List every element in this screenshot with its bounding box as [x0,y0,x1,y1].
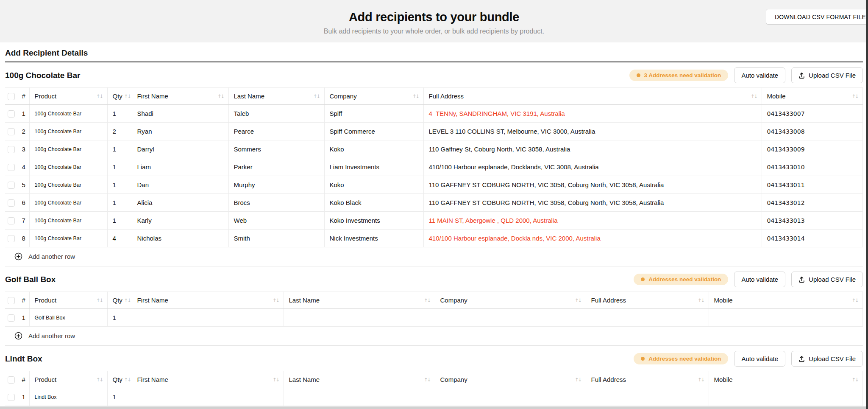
cell-address[interactable]: 110 GAFFNEY ST COBURG NORTH, VIC 3058, C… [423,194,762,212]
sort-icon[interactable]: ↑↓ [124,297,131,303]
auto-validate-button[interactable]: Auto validate [734,67,785,83]
cell-qty[interactable]: 1 [107,140,132,158]
select-all-checkbox[interactable] [8,297,15,304]
cell-company[interactable]: Koko Investments [324,212,423,230]
sort-icon[interactable]: ↑↓ [124,377,131,383]
cell-mobile[interactable]: 0413433011 [762,176,863,194]
cell-last[interactable]: Smith [228,230,324,247]
row-checkbox[interactable] [8,128,15,135]
sort-icon[interactable]: ↑↓ [751,93,757,99]
cell-qty[interactable]: 2 [107,123,132,140]
cell-last[interactable]: Pearce [228,123,324,140]
cell-company[interactable]: Nick Investments [324,230,423,247]
cell-address[interactable]: 110 GAFFNEY ST COBURG NORTH, VIC 3058, C… [423,176,762,194]
column-header-qty[interactable]: Qty↑↓ [107,371,132,388]
column-header-address[interactable]: Full Address↑↓ [586,371,709,388]
sort-icon[interactable]: ↑↓ [698,297,704,303]
column-header-product[interactable]: Product↑↓ [29,88,107,105]
upload-csv-button[interactable]: Upload CSV File [791,67,863,83]
sort-icon[interactable]: ↑↓ [424,377,430,383]
column-header-company[interactable]: Company↑↓ [435,292,586,309]
cell-qty[interactable]: 1 [107,158,132,176]
cell-qty[interactable]: 1 [107,194,132,212]
row-checkbox[interactable] [8,235,15,242]
cell-last[interactable]: Brocs [228,194,324,212]
column-header-first[interactable]: First Name↑↓ [132,292,284,309]
cell-last[interactable]: Web [228,212,324,230]
cell-company[interactable]: Koko [324,176,423,194]
cell-company[interactable]: Koko Black [324,194,423,212]
upload-csv-button[interactable]: Upload CSV File [791,351,863,367]
column-header-mobile[interactable]: Mobile↑↓ [762,88,863,105]
column-header-company[interactable]: Company↑↓ [435,371,586,388]
cell-product[interactable]: 100g Chocolate Bar [29,230,107,247]
cell-first[interactable]: Dan [132,176,228,194]
cell-mobile[interactable]: 0413433009 [762,140,863,158]
sort-icon[interactable]: ↑↓ [412,93,419,99]
row-checkbox[interactable] [8,314,15,322]
column-header-qty[interactable]: Qty↑↓ [107,292,132,309]
cell-company[interactable]: Spiff Commerce [324,123,423,140]
sort-icon[interactable]: ↑↓ [852,377,858,383]
column-header-address[interactable]: Full Address↑↓ [586,292,709,309]
row-checkbox[interactable] [8,146,15,153]
cell-product[interactable]: 100g Chocolate Bar [29,212,107,230]
download-csv-format-button[interactable]: DOWNLOAD CSV FORMAT FILE [766,9,868,25]
cell-first[interactable]: Alicia [132,194,228,212]
column-header-product[interactable]: Product↑↓ [29,371,107,388]
cell-company[interactable]: Liam Investments [324,158,423,176]
cell-product[interactable]: Golf Ball Box [29,309,107,327]
cell-first[interactable]: Karly [132,212,228,230]
cell-first[interactable] [132,309,284,327]
select-all-checkbox[interactable] [8,93,15,100]
cell-last[interactable]: Sommers [228,140,324,158]
cell-qty[interactable]: 1 [107,212,132,230]
cell-mobile[interactable]: 0413433008 [762,123,863,140]
cell-first[interactable]: Liam [132,158,228,176]
cell-address[interactable]: 410/100 Harbour esplanade, Dockla nds, V… [423,230,762,247]
cell-address[interactable]: LEVEL 3 110 COLLINS ST, Melbourne, VIC 3… [423,123,762,140]
cell-qty[interactable]: 1 [107,309,132,327]
cell-address[interactable]: 4 TENNy, SANDRINGHAM, VIC 3191, Australi… [423,105,762,123]
row-checkbox[interactable] [8,199,15,207]
cell-mobile[interactable] [709,309,863,327]
row-checkbox[interactable] [8,164,15,171]
cell-product[interactable]: 100g Chocolate Bar [29,176,107,194]
cell-last[interactable]: Parker [228,158,324,176]
cell-qty[interactable]: 1 [107,176,132,194]
sort-icon[interactable]: ↑↓ [852,93,858,99]
cell-product[interactable]: 100g Chocolate Bar [29,123,107,140]
vertical-scrollbar[interactable] [866,0,868,409]
cell-last[interactable]: Murphy [228,176,324,194]
cell-company[interactable]: Spiff [324,105,423,123]
sort-icon[interactable]: ↑↓ [698,377,704,383]
sort-icon[interactable]: ↑↓ [217,93,224,99]
cell-product[interactable]: 100g Chocolate Bar [29,194,107,212]
column-header-last[interactable]: Last Name↑↓ [284,292,435,309]
sort-icon[interactable]: ↑↓ [575,297,581,303]
cell-address[interactable] [586,388,709,406]
upload-csv-button[interactable]: Upload CSV File [791,272,863,287]
cell-mobile[interactable]: 0413433007 [762,105,863,123]
cell-qty[interactable]: 4 [107,230,132,247]
auto-validate-button[interactable]: Auto validate [734,351,785,367]
cell-last[interactable] [284,388,435,406]
cell-product[interactable]: 100g Chocolate Bar [29,158,107,176]
sort-icon[interactable]: ↑↓ [424,297,430,303]
cell-first[interactable] [132,388,284,406]
cell-mobile[interactable] [709,388,863,406]
cell-first[interactable]: Ryan [132,123,228,140]
column-header-first[interactable]: First Name↑↓ [132,88,228,105]
cell-address[interactable] [586,309,709,327]
cell-first[interactable]: Shadi [132,105,228,123]
select-all-checkbox[interactable] [8,376,15,384]
column-header-mobile[interactable]: Mobile↑↓ [709,292,863,309]
row-checkbox[interactable] [8,217,15,224]
cell-first[interactable]: Darryl [132,140,228,158]
sort-icon[interactable]: ↑↓ [96,93,103,99]
add-another-row-button[interactable]: Add another row [5,327,79,345]
column-header-qty[interactable]: Qty↑↓ [107,88,132,105]
sort-icon[interactable]: ↑↓ [313,93,320,99]
column-header-mobile[interactable]: Mobile↑↓ [709,371,863,388]
row-checkbox[interactable] [8,394,15,401]
